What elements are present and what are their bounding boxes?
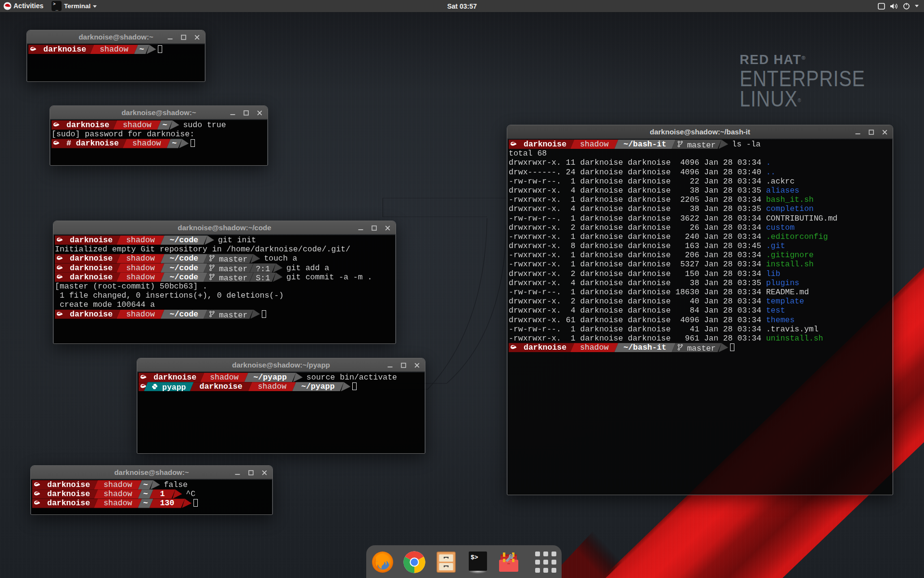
svg-text:$>: $>: [471, 554, 478, 561]
